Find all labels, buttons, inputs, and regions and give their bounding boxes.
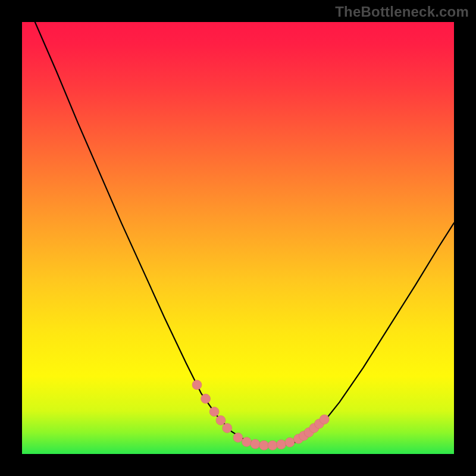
curve-marker xyxy=(201,394,211,403)
curve-marker xyxy=(259,441,269,450)
curve-marker xyxy=(285,437,295,447)
curve-marker xyxy=(277,440,286,449)
plot-area xyxy=(22,22,454,454)
curve-marker xyxy=(268,441,277,450)
chart-container: TheBottleneck.com xyxy=(0,0,476,476)
curve-marker xyxy=(250,439,260,449)
curve-marker xyxy=(216,415,226,425)
watermark-text: TheBottleneck.com xyxy=(335,4,469,20)
curve-marker xyxy=(192,380,202,390)
curve-marker xyxy=(223,423,232,433)
chart-overlay xyxy=(22,22,454,454)
curve-marker xyxy=(320,415,329,424)
bottleneck-curve xyxy=(35,22,454,446)
curve-marker xyxy=(242,437,252,447)
curve-markers xyxy=(192,380,329,450)
curve-marker xyxy=(233,433,243,442)
curve-marker xyxy=(209,407,219,416)
